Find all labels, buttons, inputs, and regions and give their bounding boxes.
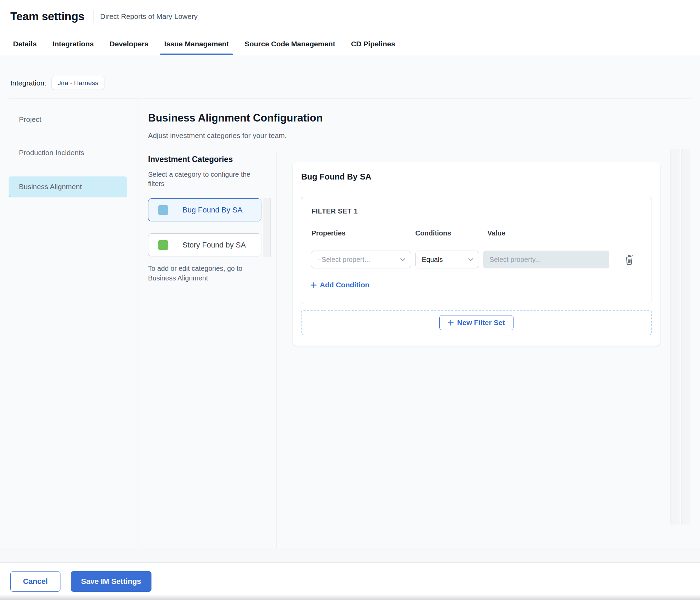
chevron-down-icon <box>400 258 405 261</box>
sidebar-item-project[interactable]: Project <box>9 109 127 130</box>
page-title: Team settings <box>10 10 84 23</box>
value-input[interactable] <box>483 251 609 268</box>
delete-condition-button[interactable] <box>622 251 636 268</box>
page-header: Team settings Direct Reports of Mary Low… <box>0 0 700 33</box>
category-story-found-by-sa[interactable]: Story Found by SA <box>148 233 261 256</box>
plus-icon <box>311 282 317 288</box>
tab-integrations[interactable]: Integrations <box>53 33 94 55</box>
column-header-conditions: Conditions <box>415 229 451 237</box>
filter-card-title: Bug Found By SA <box>301 172 371 182</box>
categories-hint: Select a category to configure the filte… <box>148 170 268 188</box>
condition-select[interactable]: Equals <box>415 251 479 268</box>
filter-set-1: FILTER SET 1 Properties Conditions Value… <box>301 197 652 304</box>
new-filter-set-button[interactable]: New Filter Set <box>439 315 513 330</box>
cancel-button[interactable]: Cancel <box>10 571 60 592</box>
settings-tabbar: Details Integrations Developers Issue Ma… <box>0 33 700 55</box>
tab-details[interactable]: Details <box>13 33 37 55</box>
footer-actions: Cancel Save IM Settings <box>0 562 700 600</box>
team-settings-page: Team settings Direct Reports of Mary Low… <box>0 0 700 600</box>
footer-shadow-band <box>0 548 700 562</box>
vertical-scrollbar-inner[interactable] <box>670 149 679 524</box>
plus-icon <box>448 320 454 326</box>
categories-title: Investment Categories <box>148 155 233 164</box>
categories-footnote: To add or edit categories, go to Busines… <box>148 264 263 283</box>
category-bug-found-by-sa[interactable]: Bug Found By SA <box>148 198 261 221</box>
property-select[interactable]: - Select propert... <box>311 251 411 268</box>
category-label: Bug Found By SA <box>182 206 242 215</box>
main-content: Business Alignment Configuration Adjust … <box>138 99 700 562</box>
vertical-scrollbar-outer[interactable] <box>681 149 690 524</box>
categories-scrollbar[interactable] <box>263 198 271 257</box>
integration-label: Integration: <box>10 79 46 87</box>
add-condition-label: Add Condition <box>320 281 370 289</box>
category-color-swatch-green <box>158 240 168 250</box>
tab-issue-management[interactable]: Issue Management <box>164 33 229 55</box>
section-heading: Business Alignment Configuration <box>148 112 323 124</box>
section-subheading: Adjust investment categories for your te… <box>148 131 287 140</box>
new-filter-set-label: New Filter Set <box>457 319 505 327</box>
integration-row: Integration: Jira - Harness <box>10 76 104 90</box>
trash-icon <box>624 254 634 265</box>
category-color-swatch-blue <box>158 205 168 215</box>
tab-developers[interactable]: Developers <box>110 33 148 55</box>
sidebar-item-business-alignment[interactable]: Business Alignment <box>9 176 127 197</box>
condition-select-value: Equals <box>422 256 443 264</box>
chevron-down-icon <box>468 258 473 261</box>
filter-config-card: Bug Found By SA FILTER SET 1 Properties … <box>293 162 660 346</box>
property-select-value: - Select propert... <box>317 256 370 264</box>
page-subtitle: Direct Reports of Mary Lowery <box>100 12 198 21</box>
save-im-settings-button[interactable]: Save IM Settings <box>71 571 151 592</box>
add-condition-button[interactable]: Add Condition <box>311 281 370 289</box>
tab-source-code-management[interactable]: Source Code Management <box>245 33 335 55</box>
filter-set-label: FILTER SET 1 <box>312 207 358 215</box>
settings-side-nav: Project Production Incidents Business Al… <box>0 99 137 562</box>
sidebar-item-production-incidents[interactable]: Production Incidents <box>9 142 127 163</box>
column-header-value: Value <box>487 229 505 237</box>
category-label: Story Found by SA <box>182 241 246 250</box>
config-panels: Investment Categories Select a category … <box>138 152 700 562</box>
new-filter-set-dropzone: New Filter Set <box>301 310 652 335</box>
investment-categories-panel: Investment Categories Select a category … <box>138 152 276 562</box>
integration-chip[interactable]: Jira - Harness <box>52 76 104 90</box>
tab-cd-pipelines[interactable]: CD Pipelines <box>351 33 395 55</box>
title-divider <box>93 10 93 23</box>
column-header-properties: Properties <box>312 229 346 237</box>
